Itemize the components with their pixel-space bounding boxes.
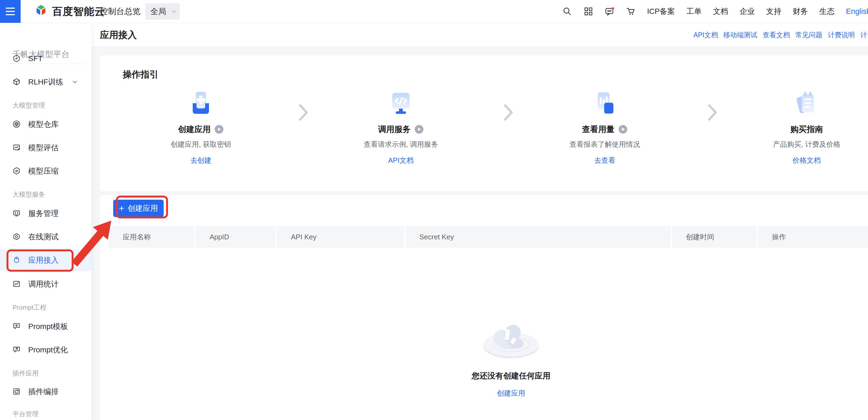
sidebar-item-服务管理[interactable]: 服务管理 [0,203,91,224]
sidebar-item-Prompt优化[interactable]: Prompt优化 [0,339,91,361]
guide-step: 查看用量查看报表了解使用情况去查看 [545,55,664,165]
guide-step-title-row: 调用服务 [341,124,461,135]
sidebar-item-模型压缩[interactable]: 模型压缩 [0,160,91,182]
sidebar-item-RLHF训练[interactable]: RLHF训练 [0,71,91,93]
chevron-down-icon [170,8,178,15]
hamburger-menu-button[interactable] [0,0,21,23]
page-header-link[interactable]: 计费说明 [828,30,855,39]
sidebar-section-label: 平台管理 [12,406,83,420]
hamburger-bar [6,11,15,12]
service-mgmt-icon [12,209,21,218]
brand-name[interactable]: 百度智能云 [52,0,105,23]
guide-step-link[interactable]: 去查看 [594,156,615,165]
topnav-link[interactable]: ICP备案 [647,6,675,17]
step-separator-chevron-icon [707,103,718,123]
play-video-icon[interactable] [618,125,627,134]
guide-step: 购买指南产品购买, 计费及价格价格文档 [747,55,866,165]
column-header-5: 操作 [758,226,868,248]
sidebar-item-label: RLHF训练 [28,71,63,93]
baidu-cloud-console: 百度智能云 控制台总览 全局 ICP备案工单文档企业支持财务生态English … [0,0,868,420]
create-app-button-label: 创建应用 [128,203,158,214]
column-header-4: 创建时间 [672,226,757,248]
create-app-button[interactable]: + 创建应用 [113,200,164,217]
page-title: 应用接入 [100,23,137,47]
page-header-link[interactable]: API文档 [693,30,718,39]
column-header-3: Secret Key [405,226,671,248]
applications-card: + 创建应用 应用名称AppIDAPI KeySecret Key创建时间操作 … [100,195,868,420]
hamburger-bar [6,8,15,9]
prompt-template-icon [12,322,21,331]
language-switch-link[interactable]: English [846,7,868,16]
messages-icon[interactable] [605,6,615,16]
sidebar-section-text: 插件应用 [12,369,38,377]
guide-step-link[interactable]: API文档 [388,156,414,165]
column-header-2: API Key [277,226,404,248]
sidebar-item-label: 服务管理 [28,203,59,224]
region-selector-value: 全局 [150,7,166,16]
page-header-link[interactable]: 常见问题 [795,30,823,39]
guide-step-title: 购买指南 [790,124,823,135]
sidebar: 千帆大模型平台 SFTRLHF训练大模型管理模型仓库模型评估模型压缩大模型服务服… [0,23,92,420]
region-selector[interactable]: 全局 [146,3,180,20]
page-header: 应用接入 API文档移动端测试查看文档常见问题计费说明计费管理 [91,23,868,47]
chevron-down-icon [71,79,79,87]
topnav-link[interactable]: 支持 [766,6,781,17]
topnav-link[interactable]: 企业 [740,6,755,17]
page-header-link[interactable]: 查看文档 [763,30,790,39]
play-video-icon[interactable] [214,125,224,134]
guide-step-title: 查看用量 [582,124,615,135]
sidebar-section-label: 插件应用 [12,365,83,382]
sidebar-item-应用接入[interactable]: 应用接入 [0,249,91,271]
sidebar-item-插件编排[interactable]: 插件编排 [0,381,91,402]
topnav-link[interactable]: 工单 [686,6,702,17]
sidebar-section-label: 大模型服务 [12,186,83,203]
guide-step-title: 调用服务 [378,124,411,135]
sidebar-item-模型仓库[interactable]: 模型仓库 [0,114,91,135]
empty-cloud-illustration [473,314,549,361]
search-icon[interactable] [562,6,572,16]
plus-icon: + [119,203,124,213]
page-header-link[interactable]: 计费管理 [860,30,868,39]
online-test-icon [12,232,21,241]
sidebar-item-label: SFT [28,48,42,69]
sidebar-item-label: 在线测试 [28,226,59,248]
sidebar-item-label: 应用接入 [28,249,59,271]
sidebar-item-调用统计[interactable]: 调用统计 [0,273,91,295]
sidebar-item-label: 模型仓库 [28,114,59,135]
cart-icon[interactable] [626,6,636,16]
topnav-link[interactable]: 财务 [793,6,808,17]
apps-table-header: 应用名称AppIDAPI KeySecret Key创建时间操作 [108,226,868,248]
console-overview-link[interactable]: 控制台总览 [100,0,141,23]
topnav-link[interactable]: 生态 [819,6,835,17]
sidebar-item-在线测试[interactable]: 在线测试 [0,226,91,248]
sidebar-section-text: Prompt工程 [12,304,46,311]
baidu-cloud-logo-icon[interactable] [34,4,48,19]
model-eval-icon [12,143,21,152]
model-compress-icon [12,167,21,175]
page-header-link[interactable]: 移动端测试 [723,30,757,39]
guide-step-title-row: 创建应用 [141,124,260,135]
sidebar-item-label: 插件编排 [28,381,59,402]
sidebar-item-模型评估[interactable]: 模型评估 [0,137,91,159]
top-navbar: 百度智能云 控制台总览 全局 ICP备案工单文档企业支持财务生态English [0,0,868,23]
guide-step: 调用服务查看请求示例, 调用服务API文档 [341,55,461,165]
play-video-icon[interactable] [414,125,424,134]
cube-icon [12,78,21,86]
products-grid-icon[interactable] [584,6,593,16]
guide-step-link[interactable]: 价格文档 [793,156,821,165]
sidebar-item-label: 模型压缩 [28,160,59,182]
hexagon-badge-icon [12,54,21,63]
sidebar-section-label: Prompt工程 [12,299,83,316]
stats-icon [12,280,21,288]
topnav-right-group: ICP备案工单文档企业支持财务生态English [562,0,868,23]
topnav-link[interactable]: 文档 [713,6,728,17]
sidebar-item-SFT[interactable]: SFT [0,48,91,69]
view-usage-icon [591,90,619,118]
sidebar-item-Prompt模板[interactable]: Prompt模板 [0,316,91,337]
sidebar-item-label: Prompt模板 [28,316,68,337]
sidebar-item-label: Prompt优化 [28,339,68,361]
guide-step-title-row: 购买指南 [747,124,866,135]
sidebar-section-text: 大模型管理 [12,102,45,109]
empty-create-app-link[interactable]: 创建应用 [497,389,525,398]
guide-step-link[interactable]: 去创建 [190,156,211,165]
